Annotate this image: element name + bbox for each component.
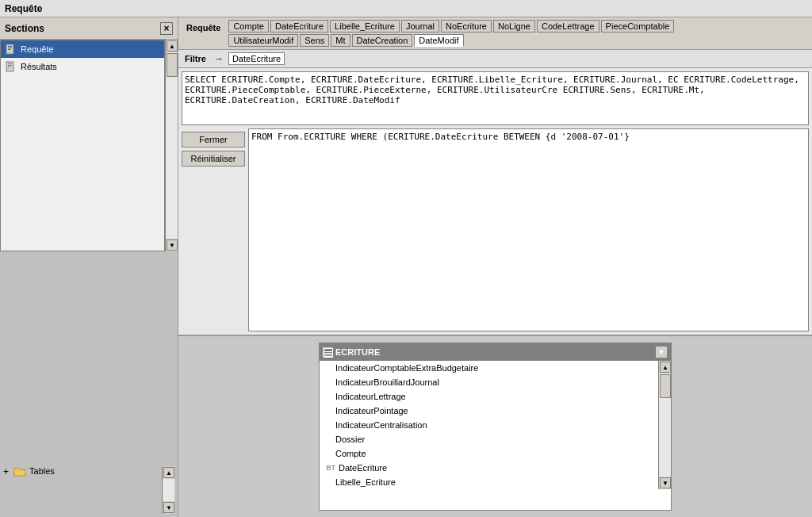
- sections-close-button[interactable]: ×: [160, 22, 173, 35]
- sections-scroll-track: [166, 52, 178, 239]
- tables-scroll-track: [163, 479, 174, 501]
- row-label: Compte: [335, 449, 366, 458]
- table-widget-scrollbar[interactable]: ▲ ▼: [658, 361, 671, 489]
- list-item[interactable]: IndicateurLettrage: [320, 389, 658, 404]
- svg-rect-10: [324, 352, 332, 353]
- tab-compte[interactable]: Compte: [228, 20, 269, 33]
- table-widget-list: IndicateurComptableExtraBudgetaire Indic…: [320, 361, 658, 489]
- tab-piece-comptable[interactable]: PieceComptable: [601, 20, 675, 33]
- table-widget-icon: [323, 347, 332, 357]
- tab-no-ligne[interactable]: NoLigne: [493, 20, 535, 33]
- folder-icon: [13, 466, 26, 477]
- sections-scrollbar[interactable]: ▲ ▼: [165, 40, 178, 251]
- tab-date-ecriture[interactable]: DateEcriture: [270, 20, 328, 33]
- requete-icon: [6, 44, 17, 55]
- list-item[interactable]: BT DateEcriture: [320, 461, 658, 475]
- tabs-row-2: UtilisateurModif Sens Mt DateCreation Da…: [228, 34, 674, 47]
- tables-label: Tables: [29, 466, 55, 476]
- query-header: Requête Compte DateEcriture Libelle_Ecri…: [178, 17, 812, 50]
- filter-value: DateEcriture: [228, 52, 285, 65]
- row-label: IndicateurComptableExtraBudgetaire: [335, 363, 478, 373]
- row-label: Libelle_Ecriture: [335, 477, 396, 487]
- tab-date-modif[interactable]: DateModif: [414, 34, 463, 47]
- sections-scroll-thumb[interactable]: [167, 53, 178, 77]
- tab-journal[interactable]: Journal: [401, 20, 439, 33]
- row-label: DateEcriture: [339, 463, 387, 473]
- tabs-row-1: Compte DateEcriture Libelle_Ecriture Jou…: [228, 20, 674, 33]
- svg-rect-3: [8, 49, 10, 50]
- left-panel: Sections × Requête: [0, 17, 178, 517]
- title-bar: Requête: [0, 0, 812, 17]
- table-widget-header: ECRITURE ▼: [320, 343, 671, 361]
- table-scroll-track: [659, 373, 671, 477]
- left-panel-spacer: [0, 251, 178, 463]
- table-widget-dropdown[interactable]: ▼: [655, 346, 668, 358]
- sql-bottom-text: FROM From.ECRITURE WHERE (ECRITURE.DateE…: [251, 132, 630, 142]
- tables-scroll-down[interactable]: ▼: [163, 502, 174, 513]
- lower-section: ECRITURE ▼ IndicateurComptableExtraBudge…: [178, 335, 812, 517]
- table-scroll-thumb[interactable]: [660, 374, 671, 398]
- sql-top-display: SELECT ECRITURE.Compte, ECRITURE.DateEcr…: [182, 71, 809, 125]
- filter-arrow-icon: →: [213, 53, 225, 64]
- table-widget-body: IndicateurComptableExtraBudgetaire Indic…: [320, 361, 671, 489]
- expand-icon[interactable]: +: [3, 466, 9, 477]
- requete-label: Requête: [182, 21, 225, 34]
- sections-panel: Requête Résultats ▲ ▼: [0, 40, 178, 251]
- tables-section: + Tables ▲ ▼: [0, 463, 178, 517]
- tab-mt[interactable]: Mt: [331, 34, 350, 47]
- filter-label: Filtre: [182, 54, 209, 63]
- svg-rect-6: [8, 65, 12, 66]
- tabs-container: Compte DateEcriture Libelle_Ecriture Jou…: [228, 20, 674, 47]
- main-layout: Sections × Requête: [0, 17, 812, 517]
- ecriture-table-widget: ECRITURE ▼ IndicateurComptableExtraBudge…: [319, 343, 672, 511]
- table-widget-name: ECRITURE: [335, 347, 652, 357]
- row-label: Dossier: [335, 435, 365, 444]
- table-scroll-down[interactable]: ▼: [660, 477, 671, 488]
- fermer-button[interactable]: Fermer: [182, 132, 245, 147]
- row-label: IndicateurCentralisation: [335, 420, 427, 430]
- svg-rect-12: [324, 355, 332, 356]
- sql-bottom-container: Fermer Réinitialiser FROM From.ECRITURE …: [178, 128, 812, 335]
- tables-scrollbar[interactable]: ▲ ▼: [162, 466, 174, 514]
- action-buttons: Fermer Réinitialiser: [182, 128, 245, 331]
- list-item[interactable]: IndicateurPointage: [320, 404, 658, 418]
- list-item[interactable]: Libelle_Ecriture: [320, 475, 658, 489]
- reinitialiser-button[interactable]: Réinitialiser: [182, 151, 245, 167]
- tab-no-ecriture[interactable]: NoEcriture: [441, 20, 492, 33]
- sidebar-item-requete[interactable]: Requête: [1, 40, 164, 58]
- svg-rect-5: [8, 63, 12, 64]
- svg-rect-2: [8, 48, 12, 48]
- sections-header: Sections ×: [0, 17, 178, 40]
- svg-rect-1: [8, 46, 12, 47]
- sql-area: SELECT ECRITURE.Compte, ECRITURE.DateEcr…: [178, 68, 812, 335]
- list-item[interactable]: Compte: [320, 446, 658, 461]
- row-label: IndicateurBrouillardJournal: [335, 377, 439, 387]
- tab-libelle-ecriture[interactable]: Libelle_Ecriture: [330, 20, 400, 33]
- sql-bottom-display: FROM From.ECRITURE WHERE (ECRITURE.DateE…: [248, 128, 809, 331]
- row-label: IndicateurPointage: [335, 406, 408, 416]
- svg-rect-9: [324, 349, 332, 351]
- filter-row: Filtre → DateEcriture: [178, 50, 812, 68]
- tab-utilisateur-modif[interactable]: UtilisateurModif: [228, 34, 298, 47]
- row-label: IndicateurLettrage: [335, 392, 406, 401]
- list-item[interactable]: Dossier: [320, 432, 658, 446]
- tab-date-creation[interactable]: DateCreation: [352, 34, 413, 47]
- table-scroll-up[interactable]: ▲: [660, 362, 671, 373]
- svg-rect-7: [8, 67, 10, 67]
- resultats-icon: [6, 61, 17, 72]
- row-badge: BT: [323, 464, 335, 472]
- sidebar-item-requete-label: Requête: [21, 44, 54, 54]
- list-item[interactable]: IndicateurBrouillardJournal: [320, 375, 658, 389]
- list-item[interactable]: IndicateurCentralisation: [320, 418, 658, 432]
- tab-code-lettrage[interactable]: CodeLettrage: [537, 20, 599, 33]
- window-title: Requête: [5, 3, 42, 14]
- list-item[interactable]: IndicateurComptableExtraBudgetaire: [320, 361, 658, 375]
- sections-list: Requête Résultats: [0, 40, 165, 251]
- tab-sens[interactable]: Sens: [300, 34, 329, 47]
- tables-scroll-up[interactable]: ▲: [163, 467, 174, 478]
- sections-scroll-up[interactable]: ▲: [167, 40, 178, 52]
- sections-scroll-down[interactable]: ▼: [167, 239, 178, 251]
- sidebar-item-resultats-label: Résultats: [21, 62, 57, 71]
- sql-top-text: SELECT ECRITURE.Compte, ECRITURE.DateEcr…: [185, 75, 799, 105]
- sidebar-item-resultats[interactable]: Résultats: [1, 58, 164, 75]
